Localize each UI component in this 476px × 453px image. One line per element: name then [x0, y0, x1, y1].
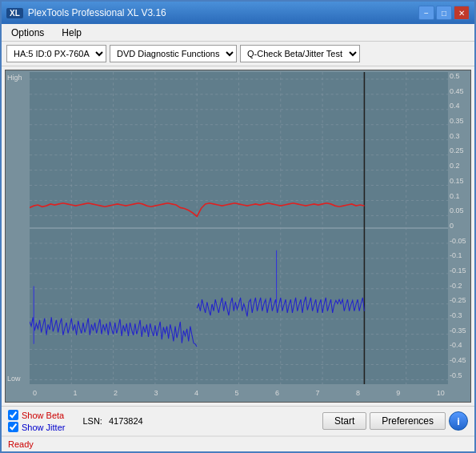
- close-button[interactable]: ✕: [454, 6, 470, 20]
- menu-options[interactable]: Options: [6, 26, 49, 40]
- lsn-label: LSN:: [82, 416, 102, 426]
- app-logo: XL: [6, 8, 23, 18]
- show-jitter-item: Show Jitter: [8, 422, 65, 432]
- y-low-label: Low: [7, 375, 21, 383]
- title-bar-left: XL PlexTools Professional XL V3.16: [6, 7, 166, 18]
- lsn-value: 4173824: [109, 416, 143, 426]
- y-axis-right: 0.5 0.45 0.4 0.35 0.3 0.25 0.2 0.15 0.1 …: [448, 70, 470, 381]
- show-jitter-checkbox[interactable]: [8, 422, 18, 432]
- window-title: PlexTools Professional XL V3.16: [28, 7, 166, 18]
- chart-svg: [30, 72, 448, 384]
- menu-help[interactable]: Help: [57, 26, 86, 40]
- show-beta-item: Show Beta: [8, 410, 65, 420]
- menu-bar: Options Help: [2, 24, 474, 42]
- status-text: Ready: [8, 439, 34, 449]
- toolbar: HA:5 ID:0 PX-760A DVD Diagnostic Functio…: [2, 42, 474, 66]
- main-window: XL PlexTools Professional XL V3.16 − □ ✕…: [0, 0, 476, 453]
- checkbox-group: Show Beta Show Jitter: [8, 410, 65, 432]
- chart-area: High Low 0.5 0.45 0.4 0.35 0.3 0.25 0.2 …: [5, 70, 471, 403]
- start-button[interactable]: Start: [322, 412, 366, 430]
- status-bar-bottom: Ready: [2, 435, 474, 451]
- y-high-label: High: [7, 74, 22, 82]
- bottom-panel: Show Beta Show Jitter LSN: 4173824 Start…: [2, 406, 474, 435]
- drive-select[interactable]: HA:5 ID:0 PX-760A: [6, 45, 106, 62]
- title-controls: − □ ✕: [418, 6, 470, 20]
- title-bar: XL PlexTools Professional XL V3.16 − □ ✕: [2, 2, 474, 24]
- info-button[interactable]: i: [449, 411, 468, 431]
- function-select[interactable]: DVD Diagnostic Functions: [110, 45, 237, 62]
- lsn-info: LSN: 4173824: [82, 416, 142, 426]
- test-select[interactable]: Q-Check Beta/Jitter Test: [240, 45, 360, 62]
- minimize-button[interactable]: −: [418, 6, 434, 20]
- x-axis: 0 1 2 3 4 5 6 7 8 9 10: [30, 384, 448, 402]
- chart-plot: [30, 72, 448, 384]
- show-jitter-label: Show Jitter: [22, 423, 65, 432]
- preferences-button[interactable]: Preferences: [370, 412, 446, 430]
- maximize-button[interactable]: □: [436, 6, 452, 20]
- show-beta-checkbox[interactable]: [8, 410, 18, 420]
- bottom-buttons: Start Preferences i: [322, 411, 468, 431]
- show-beta-label: Show Beta: [22, 411, 64, 420]
